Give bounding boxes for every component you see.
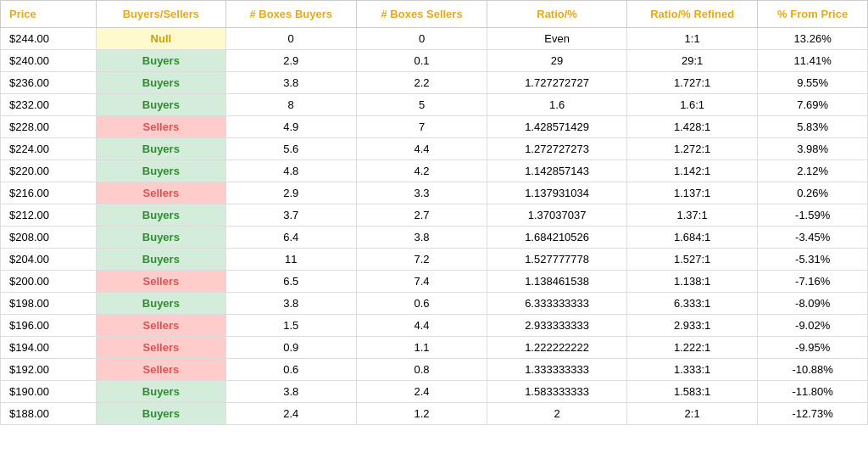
table-row: $194.00Sellers0.91.11.2222222221.222:1-9… [1, 337, 868, 359]
boxes-sellers-cell: 0.1 [356, 50, 487, 72]
ratio-cell: 1.142857143 [487, 160, 627, 182]
price-cell: $196.00 [1, 315, 97, 337]
boxes-sellers-cell: 3.3 [356, 182, 487, 204]
boxes-sellers-cell: 7.4 [356, 271, 487, 293]
ratio-cell: 1.138461538 [487, 271, 627, 293]
boxes-buyers-cell: 0.9 [225, 337, 356, 359]
table-row: $240.00Buyers2.90.12929:111.41% [1, 50, 868, 72]
from-price-cell: 3.98% [758, 138, 868, 160]
boxes-buyers-cell: 1.5 [225, 315, 356, 337]
table-row: $208.00Buyers6.43.81.6842105261.684:1-3.… [1, 227, 868, 249]
boxes-sellers-cell: 4.2 [356, 160, 487, 182]
price-cell: $190.00 [1, 381, 97, 403]
boxes-sellers-cell: 2.2 [356, 72, 487, 94]
from-price-cell: 2.12% [758, 160, 868, 182]
price-cell: $204.00 [1, 249, 97, 271]
table-row: $244.00Null00Even1:113.26% [1, 28, 868, 50]
price-cell: $240.00 [1, 50, 97, 72]
buyers-sellers-cell: Buyers [97, 293, 225, 315]
boxes-sellers-cell: 4.4 [356, 315, 487, 337]
boxes-sellers-cell: 5 [356, 94, 487, 116]
boxes-buyers-cell: 3.8 [225, 381, 356, 403]
table-row: $196.00Sellers1.54.42.9333333332.933:1-9… [1, 315, 868, 337]
price-cell: $212.00 [1, 204, 97, 227]
ratio-cell: 1.583333333 [487, 381, 627, 403]
from-price-cell: -3.45% [758, 227, 868, 249]
ratio-cell: 1.222222222 [487, 337, 627, 359]
table-row: $216.00Sellers2.93.31.1379310341.137:10.… [1, 182, 868, 204]
ratio-cell: 1.333333333 [487, 359, 627, 381]
from-price-cell: -9.95% [758, 337, 868, 359]
column-header: Buyers/Sellers [97, 1, 225, 28]
table-row: $188.00Buyers2.41.222:1-12.73% [1, 403, 868, 425]
ratio-refined-cell: 1.138:1 [626, 271, 757, 293]
boxes-buyers-cell: 8 [225, 94, 356, 116]
ratio-refined-cell: 2.933:1 [626, 315, 757, 337]
ratio-cell: 1.37037037 [487, 204, 627, 227]
from-price-cell: -1.59% [758, 204, 868, 227]
buyers-sellers-cell: Sellers [97, 271, 225, 293]
buyers-sellers-cell: Buyers [97, 249, 225, 271]
table-row: $236.00Buyers3.82.21.7272727271.727:19.5… [1, 72, 868, 94]
ratio-cell: 1.684210526 [487, 227, 627, 249]
from-price-cell: 11.41% [758, 50, 868, 72]
from-price-cell: 5.83% [758, 116, 868, 138]
boxes-buyers-cell: 3.7 [225, 204, 356, 227]
ratio-cell: 6.333333333 [487, 293, 627, 315]
from-price-cell: -7.16% [758, 271, 868, 293]
boxes-buyers-cell: 3.8 [225, 72, 356, 94]
table-row: $228.00Sellers4.971.4285714291.428:15.83… [1, 116, 868, 138]
ratio-refined-cell: 1.527:1 [626, 249, 757, 271]
ratio-refined-cell: 1.272:1 [626, 138, 757, 160]
table-row: $192.00Sellers0.60.81.3333333331.333:1-1… [1, 359, 868, 381]
boxes-buyers-cell: 4.8 [225, 160, 356, 182]
column-header: Ratio/% [487, 1, 627, 28]
buyers-sellers-cell: Sellers [97, 116, 225, 138]
from-price-cell: 7.69% [758, 94, 868, 116]
price-cell: $216.00 [1, 182, 97, 204]
buyers-sellers-cell: Sellers [97, 359, 225, 381]
boxes-buyers-cell: 2.9 [225, 182, 356, 204]
ratio-cell: 2 [487, 403, 627, 425]
buyers-sellers-cell: Sellers [97, 182, 225, 204]
column-header: % From Price [758, 1, 868, 28]
price-cell: $244.00 [1, 28, 97, 50]
boxes-buyers-cell: 3.8 [225, 293, 356, 315]
boxes-sellers-cell: 4.4 [356, 138, 487, 160]
boxes-buyers-cell: 2.4 [225, 403, 356, 425]
boxes-buyers-cell: 5.6 [225, 138, 356, 160]
main-table: PriceBuyers/Sellers# Boxes Buyers# Boxes… [0, 0, 868, 425]
from-price-cell: -5.31% [758, 249, 868, 271]
boxes-sellers-cell: 0 [356, 28, 487, 50]
ratio-cell: 29 [487, 50, 627, 72]
price-cell: $192.00 [1, 359, 97, 381]
buyers-sellers-cell: Buyers [97, 50, 225, 72]
boxes-sellers-cell: 2.7 [356, 204, 487, 227]
price-cell: $188.00 [1, 403, 97, 425]
ratio-refined-cell: 1:1 [626, 28, 757, 50]
buyers-sellers-cell: Buyers [97, 227, 225, 249]
from-price-cell: 0.26% [758, 182, 868, 204]
ratio-cell: 1.272727273 [487, 138, 627, 160]
from-price-cell: -11.80% [758, 381, 868, 403]
boxes-buyers-cell: 6.4 [225, 227, 356, 249]
boxes-sellers-cell: 1.1 [356, 337, 487, 359]
buyers-sellers-cell: Null [97, 28, 225, 50]
column-header: # Boxes Sellers [356, 1, 487, 28]
ratio-refined-cell: 1.333:1 [626, 359, 757, 381]
from-price-cell: 13.26% [758, 28, 868, 50]
boxes-buyers-cell: 2.9 [225, 50, 356, 72]
buyers-sellers-cell: Buyers [97, 160, 225, 182]
ratio-refined-cell: 1.137:1 [626, 182, 757, 204]
boxes-buyers-cell: 0 [225, 28, 356, 50]
boxes-sellers-cell: 0.6 [356, 293, 487, 315]
boxes-sellers-cell: 7 [356, 116, 487, 138]
ratio-refined-cell: 1.428:1 [626, 116, 757, 138]
ratio-cell: 1.527777778 [487, 249, 627, 271]
buyers-sellers-cell: Sellers [97, 337, 225, 359]
ratio-refined-cell: 2:1 [626, 403, 757, 425]
column-header: Price [1, 1, 97, 28]
table-row: $224.00Buyers5.64.41.2727272731.272:13.9… [1, 138, 868, 160]
from-price-cell: -12.73% [758, 403, 868, 425]
price-cell: $198.00 [1, 293, 97, 315]
